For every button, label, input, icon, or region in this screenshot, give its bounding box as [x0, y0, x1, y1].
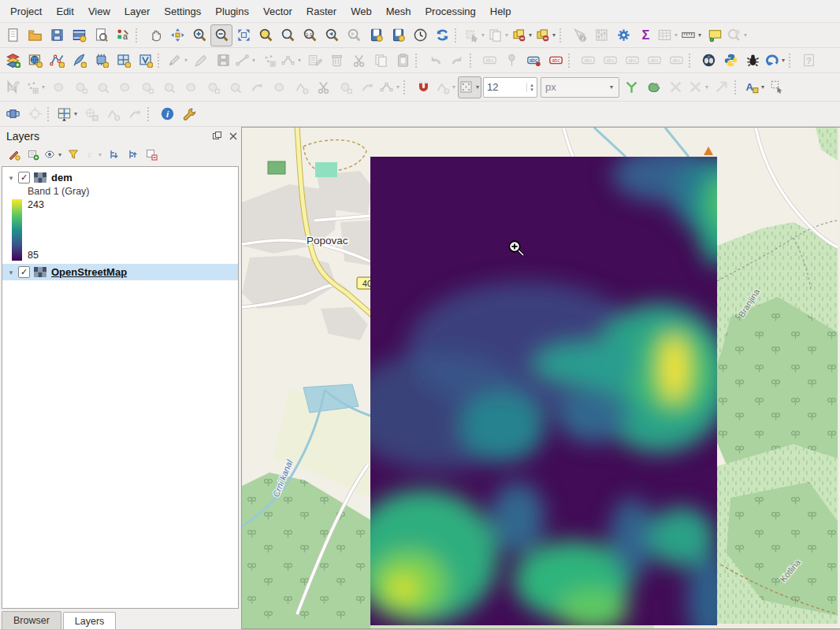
- snap-on-intersection-button: ▾: [434, 76, 458, 98]
- collapse-all-button[interactable]: [123, 145, 142, 164]
- tab-layers[interactable]: Layers: [63, 612, 117, 630]
- toolbar-file-navigation: a1:1▾▾▾▾iΣ▾▾▾: [0, 23, 840, 48]
- layer-labeling-options-button[interactable]: abc: [522, 50, 545, 72]
- plugin-reload-button[interactable]: ▾: [764, 50, 787, 72]
- open-layer-styling-button[interactable]: [5, 145, 24, 164]
- new-print-layout-button[interactable]: [68, 24, 90, 46]
- layers-panel-title: Layers: [6, 130, 39, 143]
- layer-diagram-options-button[interactable]: abc: [545, 50, 567, 72]
- float-panel-icon[interactable]: [212, 131, 222, 141]
- select-by-value-button[interactable]: ▾: [511, 24, 534, 46]
- tab-browser[interactable]: Browser: [2, 611, 61, 629]
- expand-arrow-icon[interactable]: ▾: [6, 269, 16, 276]
- menu-plugins[interactable]: Plugins: [208, 2, 256, 20]
- chevron-down-icon: ▾: [57, 151, 63, 158]
- expand-arrow-icon[interactable]: ▾: [6, 174, 16, 182]
- snapping-tolerance-input[interactable]: ▲▼: [483, 77, 537, 98]
- map-tips-button[interactable]: [704, 24, 726, 46]
- zoom-to-layer-button[interactable]: [277, 24, 299, 46]
- temporal-controller-button[interactable]: [409, 24, 431, 46]
- menu-web[interactable]: Web: [344, 2, 379, 20]
- gps-settings-button[interactable]: [178, 103, 200, 125]
- gps-toolbar-button[interactable]: [2, 103, 24, 125]
- open-project-button[interactable]: [24, 24, 46, 46]
- pin-icon: [504, 53, 519, 68]
- add-mesh-layer-button[interactable]: [68, 50, 90, 72]
- menu-mesh[interactable]: Mesh: [379, 2, 418, 20]
- menu-help[interactable]: Help: [483, 2, 518, 20]
- menu-edit[interactable]: Edit: [49, 2, 80, 20]
- zoom-native-resolution-button[interactable]: 1:1: [299, 24, 321, 46]
- snapdots-icon: [459, 80, 474, 94]
- show-statistics-button[interactable]: Σ: [634, 24, 656, 46]
- annotation-toolbar-button[interactable]: A▾: [743, 76, 767, 98]
- add-vector-layer-button[interactable]: [46, 50, 68, 72]
- refresh-map-button[interactable]: [431, 24, 453, 46]
- select-by-location-button[interactable]: ▾: [534, 24, 558, 46]
- town-label: Popovac: [307, 235, 348, 246]
- toolbar-separator: [147, 107, 153, 121]
- pan-map-button[interactable]: [144, 24, 166, 46]
- menu-vector[interactable]: Vector: [256, 2, 299, 20]
- layer-checkbox-dem[interactable]: ✓: [18, 172, 30, 183]
- blobint-icon: [646, 80, 661, 94]
- add-delimited-text-layer-button[interactable]: [90, 50, 112, 72]
- menu-view[interactable]: View: [81, 2, 117, 20]
- layer-item-dem[interactable]: ▾ ✓ dem: [2, 169, 238, 186]
- first-aid-debug-button[interactable]: [742, 50, 764, 72]
- menu-processing[interactable]: Processing: [418, 2, 482, 20]
- measure-button[interactable]: ▾: [680, 24, 704, 46]
- python-console-button[interactable]: [719, 50, 742, 72]
- s3-icon: [228, 80, 243, 94]
- show-spatial-bookmarks-button[interactable]: [387, 24, 409, 46]
- style-manager-button[interactable]: a: [112, 24, 134, 46]
- themes-icon: [43, 148, 56, 161]
- enable-snapping-button[interactable]: [412, 76, 434, 98]
- save-project-button[interactable]: [46, 24, 68, 46]
- gps-information-button[interactable]: i: [156, 103, 178, 125]
- toggle-editing-button: [190, 50, 212, 72]
- gps-destination-layer-button[interactable]: ▾: [56, 103, 80, 125]
- add-vector-tile-layer-button[interactable]: [134, 50, 156, 72]
- manage-map-themes-button[interactable]: ▾: [43, 145, 64, 164]
- processing-toolbox-button[interactable]: [612, 24, 634, 46]
- add-virtual-layer-button[interactable]: [112, 50, 134, 72]
- menu-raster[interactable]: Raster: [299, 2, 344, 20]
- zoom-to-selection-button[interactable]: [255, 24, 277, 46]
- zoom-out-button[interactable]: [210, 24, 232, 46]
- show-layout-manager-button[interactable]: [90, 24, 112, 46]
- remove-layer-button[interactable]: [142, 145, 161, 164]
- add-raster-layer-button[interactable]: [24, 50, 46, 72]
- layer-checkbox-openstreetmap[interactable]: ✓: [18, 266, 30, 278]
- metasearch-button[interactable]: [697, 50, 719, 72]
- avoid-overlap-button[interactable]: [643, 76, 665, 98]
- snapping-tolerance-value[interactable]: [484, 81, 526, 93]
- add-group-button[interactable]: [24, 145, 43, 164]
- toolbar-separator: [470, 54, 475, 68]
- filter-legend-button[interactable]: [64, 145, 83, 164]
- info-icon: i: [160, 106, 175, 121]
- expand-all-button[interactable]: [104, 145, 123, 164]
- topological-editing-button[interactable]: [621, 76, 643, 98]
- move-annotation-button[interactable]: [767, 76, 789, 98]
- menu-settings[interactable]: Settings: [157, 2, 208, 20]
- spinner-arrows-icon[interactable]: ▲▼: [526, 83, 537, 92]
- layer-item-openstreetmap[interactable]: ▾ ✓ OpenStreetMap: [2, 264, 238, 280]
- new-project-button[interactable]: [2, 24, 24, 46]
- magnifier-icon: [192, 28, 207, 43]
- close-panel-icon[interactable]: [228, 131, 238, 141]
- pan-to-selection-button[interactable]: [166, 24, 188, 46]
- zoom-last-button[interactable]: [321, 24, 343, 46]
- menu-project[interactable]: Project: [3, 2, 49, 20]
- snapping-mode-button[interactable]: ▾: [458, 76, 481, 98]
- zoom-full-button[interactable]: [232, 24, 255, 46]
- map-canvas[interactable]: 402 Popovac Crni kanal Branjina Kotlina: [241, 127, 840, 629]
- s2-icon: [139, 80, 154, 94]
- zoom-in-button[interactable]: [188, 24, 210, 46]
- open-data-source-manager-button[interactable]: [2, 50, 24, 72]
- new-spatial-bookmark-button[interactable]: [365, 24, 387, 46]
- menu-layer[interactable]: Layer: [117, 2, 158, 20]
- dots3-icon: [24, 80, 39, 94]
- copy-move-features-button: [69, 76, 91, 98]
- snapping-unit-combo[interactable]: px▾: [541, 77, 619, 98]
